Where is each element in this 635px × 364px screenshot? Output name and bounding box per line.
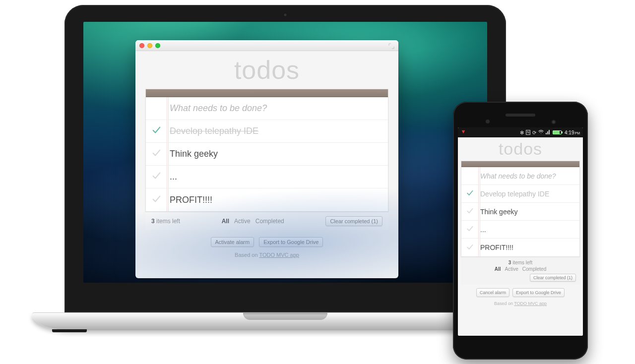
window-close-button[interactable] (139, 43, 144, 48)
android-status-bar: ✻ N ⟳ 4:19PM (458, 127, 583, 137)
wifi-icon (538, 129, 544, 136)
fullscreen-icon[interactable] (388, 42, 394, 48)
clear-completed-button[interactable]: Clear completed (1) (530, 274, 576, 282)
list-item[interactable]: PROFIT!!!! (461, 239, 579, 256)
list-item[interactable]: Think geeky (146, 143, 388, 166)
credit-link[interactable]: TODO MVC app (514, 301, 547, 306)
activate-alarm-button[interactable]: Activate alarm (211, 237, 254, 247)
todo-list-card: What needs to be done? Develop telepathy… (461, 161, 580, 257)
list-item[interactable]: PROFIT!!!! (146, 188, 388, 211)
filter-all[interactable]: All (222, 218, 229, 225)
phone-sensor-icon (486, 120, 490, 123)
list-item[interactable]: ... (461, 221, 579, 239)
laptop-frame: todos What needs to be done? (64, 5, 506, 330)
todo-text[interactable]: PROFIT!!!! (167, 190, 388, 210)
app-window: todos What needs to be done? (135, 40, 398, 278)
credit-line: Based on TODO MVC app (461, 301, 580, 309)
filter-completed[interactable]: Completed (522, 266, 546, 272)
todo-text[interactable]: Develop telepathy IDE (167, 121, 388, 141)
laptop-hinge-notch (243, 313, 327, 320)
window-minimize-button[interactable] (147, 43, 152, 48)
checkmark-icon[interactable] (146, 171, 167, 182)
bluetooth-icon: ✻ (520, 130, 524, 135)
todo-text[interactable]: Think geeky (167, 144, 388, 164)
cancel-alarm-button[interactable]: Cancel alarm (476, 288, 509, 297)
phone-screen: ✻ N ⟳ 4:19PM todos What needs to b (458, 127, 583, 336)
list-item[interactable]: Develop telepathy IDE (146, 120, 388, 143)
phone-frame: ✻ N ⟳ 4:19PM todos What needs to b (453, 102, 588, 360)
filter-all[interactable]: All (495, 266, 501, 272)
checkmark-icon[interactable] (146, 194, 167, 206)
clear-completed-button[interactable]: Clear completed (1) (325, 216, 382, 226)
action-row: Cancel alarm Export to Google Drive (461, 288, 580, 297)
new-todo-input[interactable]: What needs to be done? (167, 97, 388, 120)
checkmark-icon[interactable] (461, 224, 478, 235)
credit-line: Based on TODO MVC app (145, 252, 388, 258)
phone-camera-icon (551, 120, 556, 124)
list-footer: 3 items left All Active Completed Clear … (145, 212, 388, 230)
action-row: Activate alarm Export to Google Drive (145, 237, 388, 247)
laptop-screen-bezel: todos What needs to be done? (64, 5, 506, 312)
list-item[interactable]: Think geeky (461, 203, 579, 221)
window-maximize-button[interactable] (155, 43, 160, 48)
todo-text[interactable]: ... (167, 167, 388, 187)
carrier-icon (461, 129, 466, 135)
todo-text[interactable]: PROFIT!!!! (478, 240, 579, 255)
filter-group: All Active Completed (465, 266, 576, 272)
desktop-wallpaper: todos What needs to be done? (83, 22, 487, 283)
credit-link[interactable]: TODO MVC app (259, 252, 299, 258)
signal-icon (546, 129, 551, 135)
list-footer: 3 items left All Active Completed Clear … (461, 257, 580, 284)
window-titlebar[interactable] (135, 40, 398, 51)
sync-icon: ⟳ (532, 130, 536, 135)
window-controls (139, 43, 160, 48)
phone-earpiece-icon (506, 114, 535, 117)
status-clock: 4:19PM (565, 130, 580, 135)
new-todo-input[interactable]: What needs to be done? (478, 168, 579, 184)
battery-icon (553, 130, 562, 134)
new-todo-row[interactable]: What needs to be done? (461, 167, 579, 185)
checkmark-icon[interactable] (146, 148, 167, 160)
checkmark-icon[interactable] (461, 188, 478, 199)
card-header-bar (461, 161, 579, 167)
export-drive-button[interactable]: Export to Google Drive (259, 237, 323, 247)
items-left-label: 3 items left (151, 218, 180, 225)
app-title: todos (145, 55, 388, 85)
todo-text[interactable]: Develop telepathy IDE (478, 186, 579, 202)
checkmark-icon[interactable] (146, 125, 167, 137)
app-title: todos (461, 139, 580, 159)
laptop-camera-icon (283, 13, 287, 17)
checkmark-icon[interactable] (461, 243, 478, 253)
nfc-icon: N (526, 130, 530, 135)
list-item[interactable]: Develop telepathy IDE (461, 185, 579, 203)
app-body: todos What needs to be done? (135, 51, 398, 263)
checkmark-icon[interactable] (461, 206, 478, 217)
card-header-bar (146, 89, 388, 97)
todo-text[interactable]: ... (478, 222, 579, 238)
filter-group: All Active Completed (222, 218, 284, 225)
filter-completed[interactable]: Completed (255, 218, 284, 225)
filter-active[interactable]: Active (234, 218, 251, 225)
new-todo-row[interactable]: What needs to be done? (146, 97, 388, 120)
items-left-label: 3 items left (465, 260, 576, 265)
todo-text[interactable]: Think geeky (478, 204, 579, 220)
list-item[interactable]: ... (146, 166, 388, 188)
phone-app-body: todos What needs to be done? Develop tel… (458, 137, 583, 336)
items-left-count: 3 (151, 218, 155, 225)
export-drive-button[interactable]: Export to Google Drive (512, 288, 565, 297)
filter-active[interactable]: Active (505, 266, 518, 272)
todo-list-card: What needs to be done? Develop telepathy… (145, 89, 388, 212)
